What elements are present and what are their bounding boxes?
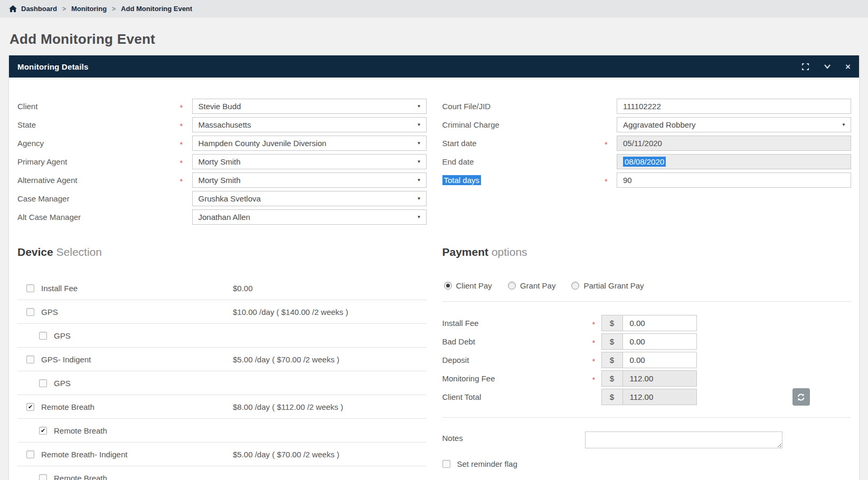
set-reminder-checkbox[interactable] — [442, 460, 450, 468]
refresh-button[interactable] — [792, 388, 810, 406]
agency-select[interactable]: Hampden County Juvenile Diversion▼ — [192, 136, 427, 151]
gps-indigent-checkbox[interactable] — [26, 356, 34, 363]
court-file-jid-input[interactable]: 111102222 — [617, 99, 851, 114]
currency-prefix: $ — [602, 371, 623, 386]
case-manager-select[interactable]: Grushka Svetlova▼ — [192, 191, 427, 206]
payment-section-title: Payment options — [442, 246, 852, 258]
chevron-down-icon: ▼ — [417, 215, 421, 219]
form-row: Court File/JID111102222 — [442, 97, 852, 116]
client-select[interactable]: Stevie Budd▼ — [192, 99, 427, 114]
state-select[interactable]: Massachusetts▼ — [192, 117, 427, 132]
radio-icon — [508, 282, 516, 290]
select-value: Massachusetts — [199, 120, 251, 129]
form-row: Alt Case ManagerJonathan Allen▼ — [17, 208, 427, 226]
total-days-input[interactable]: 90 — [617, 172, 851, 188]
device-selection-section: Device Selection Install Fee$0.00GPS$10.… — [17, 246, 427, 480]
device-label: Install Fee — [41, 284, 78, 293]
chevron-down-icon: ▼ — [417, 178, 421, 183]
required-asterisk: * — [605, 138, 617, 149]
required-asterisk: * — [180, 156, 192, 167]
form-column-right: Court File/JID111102222Criminal ChargeAg… — [442, 97, 852, 226]
required-asterisk: * — [592, 354, 601, 366]
payment-row: Client Total$112.00 — [442, 388, 852, 406]
start-date-input[interactable]: 05/11/2020 — [617, 136, 851, 151]
required-asterisk: * — [592, 373, 601, 384]
criminal-charge-select[interactable]: Aggravated Robbery▼ — [617, 117, 851, 132]
required-asterisk — [605, 161, 617, 163]
required-asterisk — [605, 124, 617, 126]
alternative-agent-select[interactable]: Morty Smith▼ — [192, 172, 427, 188]
radio-label: Client Pay — [456, 281, 492, 290]
criminal-charge-label: Criminal Charge — [442, 120, 605, 129]
monitoring-fee-input: 112.00 — [623, 371, 696, 386]
select-value: Stevie Budd — [199, 102, 241, 111]
collapse-chevron-icon[interactable] — [824, 64, 831, 69]
client-pay-radio[interactable]: Client Pay — [444, 281, 492, 290]
end-date-input[interactable]: 08/08/2020 — [617, 154, 851, 169]
deposit-input[interactable]: 0.00 — [623, 352, 696, 368]
breadcrumb-dashboard[interactable]: Dashboard — [21, 5, 57, 13]
expand-icon[interactable] — [801, 63, 809, 71]
device-label: GPS- Indigent — [41, 355, 91, 364]
monitoring-fee-label: Monitoring Fee — [442, 374, 592, 383]
gps-checkbox[interactable] — [26, 308, 34, 316]
alt-case-manager-select[interactable]: Jonathan Allen▼ — [192, 209, 427, 225]
breadcrumb-current: Add Monitoring Event — [121, 5, 192, 13]
partial-grant-pay-radio[interactable]: Partial Grant Pay — [571, 281, 644, 290]
radio-icon — [444, 282, 452, 290]
breadcrumb-monitoring[interactable]: Monitoring — [71, 5, 107, 13]
panel-header: Monitoring Details × — [9, 55, 859, 78]
client-total-input: 112.00 — [623, 389, 696, 405]
install-fee-label: Install Fee — [442, 319, 592, 328]
remote-breath-checkbox[interactable] — [39, 474, 47, 480]
deposit-label: Deposit — [442, 356, 592, 364]
form-row: End date08/08/2020 — [442, 152, 852, 171]
install-fee-input[interactable]: 0.00 — [623, 315, 696, 331]
chevron-down-icon: ▼ — [842, 122, 846, 127]
bad-debt-input[interactable]: 0.00 — [623, 334, 696, 349]
device-row: GPS$10.00 /day ( $140.00 /2 weeks ) — [17, 300, 427, 324]
required-asterisk: * — [180, 175, 192, 186]
currency-prefix: $ — [602, 352, 623, 368]
set-reminder-label: Set reminder flag — [457, 459, 517, 468]
state-label: State — [17, 120, 180, 129]
form-row: Criminal ChargeAggravated Robbery▼ — [442, 116, 852, 134]
select-value: Grushka Svetlova — [199, 194, 261, 203]
gps-checkbox[interactable] — [39, 332, 47, 340]
remote-breath-checkbox[interactable] — [39, 427, 47, 435]
notes-input[interactable] — [585, 431, 782, 448]
form-row: Primary Agent*Morty Smith▼ — [17, 152, 427, 171]
device-price: $10.00 /day ( $140.00 /2 weeks ) — [233, 308, 348, 316]
grant-pay-radio[interactable]: Grant Pay — [508, 281, 556, 290]
page-title: Add Monitoring Event — [10, 31, 868, 47]
device-row: Remote Breath — [17, 466, 427, 480]
device-label: Remote Breath- Indigent — [41, 450, 127, 459]
form-row: Agency*Hampden County Juvenile Diversion… — [17, 134, 427, 152]
device-row: GPS — [17, 324, 427, 348]
client-total-label: Client Total — [442, 392, 592, 401]
remote-breath-checkbox[interactable] — [26, 403, 34, 411]
primary-agent-select[interactable]: Morty Smith▼ — [192, 154, 427, 169]
currency-prefix: $ — [602, 389, 623, 405]
alt-case-manager-label: Alt Case Manager — [17, 213, 180, 222]
remote-breath-indigent-checkbox[interactable] — [26, 450, 34, 458]
form-row: Alternative Agent*Morty Smith▼ — [17, 171, 427, 189]
gps-checkbox[interactable] — [39, 379, 47, 387]
case-manager-label: Case Manager — [17, 194, 180, 203]
install-fee-checkbox[interactable] — [26, 284, 34, 292]
device-price: $8.00 /day ( $112.00 /2 weeks ) — [233, 402, 343, 411]
breadcrumb-separator: > — [112, 5, 116, 13]
client-label: Client — [17, 102, 180, 111]
total-days-label: Total days — [442, 176, 605, 185]
alternative-agent-label: Alternative Agent — [17, 176, 180, 185]
device-label: GPS — [54, 379, 71, 388]
bad-debt-label: Bad Debt — [442, 337, 592, 346]
chevron-down-icon: ▼ — [417, 159, 421, 164]
close-icon[interactable]: × — [845, 62, 851, 71]
agency-label: Agency — [17, 139, 180, 148]
required-asterisk: * — [592, 318, 601, 329]
notes-label: Notes — [442, 431, 585, 448]
divider — [442, 417, 852, 418]
home-icon[interactable] — [9, 5, 17, 13]
chevron-down-icon: ▼ — [417, 141, 421, 146]
